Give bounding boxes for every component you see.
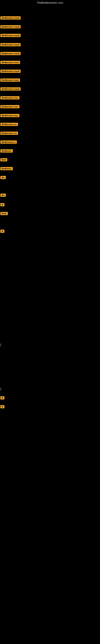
bottleneck-result-badge: Bottleneck resu xyxy=(0,105,19,108)
bottleneck-result-badge: Bottleneck resu xyxy=(0,114,19,117)
bottleneck-result-badge: Bottleneck resul xyxy=(0,78,20,82)
bottleneck-result-badge: Bottleneck result xyxy=(0,43,21,46)
bottleneck-result-badge: Bottlenec xyxy=(0,167,13,170)
bottleneck-result-badge: Bottleneck result xyxy=(0,16,21,20)
bottleneck-result-badge: Bottleneck res xyxy=(0,123,18,126)
bottleneck-result-badge: B xyxy=(0,405,4,408)
bottleneck-result-badge: Bottleneck res xyxy=(0,132,18,135)
bottleneck-result-badge: B xyxy=(0,203,4,206)
cursor-indicator: | xyxy=(0,343,1,346)
bottleneck-result-badge: Bottleneck resul xyxy=(0,61,20,64)
bottleneck-result-badge: Bottleneck result xyxy=(0,87,21,90)
bottleneck-result-badge: Bott xyxy=(0,158,7,162)
bottleneck-result-badge: Bottleneck result xyxy=(0,52,21,55)
bottleneck-result-badge: Bo xyxy=(0,176,6,179)
bottleneck-result-badge: B xyxy=(0,230,4,233)
bottleneck-result-badge: B xyxy=(0,396,4,400)
site-title: TheBottlenecker.com xyxy=(0,0,100,5)
bottleneck-result-badge: Bottleneck result xyxy=(0,25,21,28)
bottleneck-result-badge: Bottleneck re xyxy=(0,140,17,144)
bottleneck-result-badge: Bottl xyxy=(0,212,8,215)
bottleneck-result-badge: Bottleneck result xyxy=(0,70,21,73)
bottleneck-result-badge: Bo xyxy=(0,194,6,197)
cursor-indicator: | xyxy=(0,388,1,391)
bottleneck-result-badge: Bottlenec xyxy=(0,149,13,152)
bottleneck-result-badge: Bottleneck result xyxy=(0,34,21,37)
bottleneck-result-badge: Bottleneck resu xyxy=(0,96,19,100)
